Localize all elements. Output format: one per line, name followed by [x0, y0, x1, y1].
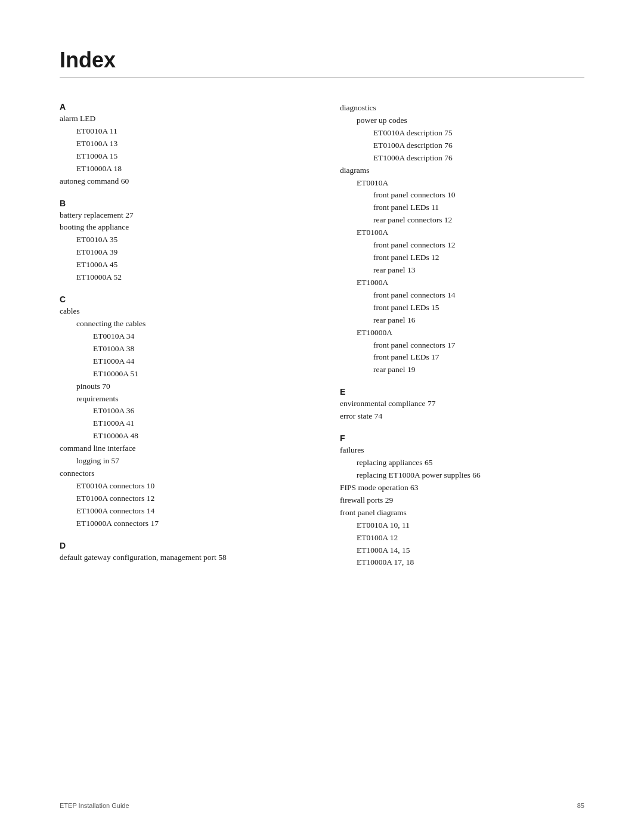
index-entry: ET1000A connectors 14 — [60, 505, 304, 518]
index-entry: diagnostics — [340, 102, 584, 114]
index-entry: requirements — [60, 393, 304, 405]
index-section: Ddefault gateway configuration, manageme… — [60, 541, 304, 564]
index-entry: front panel connectors 10 — [340, 189, 584, 202]
footer-left: ETEP Installation Guide — [60, 802, 129, 809]
section-letter: D — [60, 541, 304, 550]
index-entry: power up codes — [340, 114, 584, 127]
index-entry: ET0100A — [340, 227, 584, 239]
right-column: diagnosticspower up codesET0010A descrip… — [340, 102, 584, 580]
index-entry: ET0010A connectors 10 — [60, 480, 304, 493]
index-entry: ET0100A connectors 12 — [60, 493, 304, 505]
index-entry: front panel LEDs 17 — [340, 351, 584, 364]
index-entry: firewall ports 29 — [340, 494, 584, 507]
index-entry: ET0100A 13 — [60, 138, 304, 150]
index-entry: ET1000A — [340, 277, 584, 289]
section-letter: F — [340, 433, 584, 443]
index-entry: ET1000A 15 — [60, 150, 304, 163]
index-entry: rear panel 13 — [340, 264, 584, 277]
title-divider — [60, 78, 584, 78]
index-entry: ET0010A 11 — [60, 125, 304, 138]
index-entry: ET10000A 51 — [60, 368, 304, 380]
index-entry: ET0100A 36 — [60, 405, 304, 417]
index-entry: connecting the cables — [60, 318, 304, 330]
index-entry: ET1000A 41 — [60, 417, 304, 430]
section-letter: A — [60, 102, 304, 112]
index-entry: ET0100A 12 — [340, 532, 584, 544]
index-entry: ET0100A 38 — [60, 343, 304, 355]
index-entry: pinouts 70 — [60, 380, 304, 393]
index-entry: ET10000A 48 — [60, 430, 304, 442]
index-columns: Aalarm LEDET0010A 11ET0100A 13ET1000A 15… — [60, 102, 584, 580]
index-entry: logging in 57 — [60, 455, 304, 467]
index-entry: ET10000A — [340, 327, 584, 339]
section-letter: E — [340, 387, 584, 397]
index-entry: ET1000A 44 — [60, 355, 304, 368]
index-entry: ET0010A 10, 11 — [340, 519, 584, 532]
index-entry: ET0100A 39 — [60, 246, 304, 259]
index-entry: ET10000A 17, 18 — [340, 556, 584, 569]
index-entry: ET10000A 52 — [60, 271, 304, 284]
index-entry: ET1000A description 76 — [340, 152, 584, 165]
index-entry: connectors — [60, 467, 304, 480]
index-entry: command line interface — [60, 442, 304, 455]
footer-right: 85 — [577, 802, 584, 809]
section-letter: B — [60, 199, 304, 208]
index-entry: front panel connectors 12 — [340, 239, 584, 252]
index-entry: front panel LEDs 12 — [340, 252, 584, 264]
index-entry: diagrams — [340, 165, 584, 177]
index-entry: alarm LED — [60, 113, 304, 125]
left-column: Aalarm LEDET0010A 11ET0100A 13ET1000A 15… — [60, 102, 304, 580]
index-entry: replacing ET1000A power supplies 66 — [340, 469, 584, 482]
index-entry: front panel connectors 14 — [340, 289, 584, 302]
index-entry: front panel connectors 17 — [340, 339, 584, 352]
index-entry: FIPS mode operation 63 — [340, 482, 584, 494]
index-entry: ET1000A 14, 15 — [340, 544, 584, 557]
index-section: Ffailuresreplacing appliances 65replacin… — [340, 433, 584, 569]
index-entry: environmental compliance 77 — [340, 398, 584, 410]
index-entry: ET10000A 18 — [60, 163, 304, 175]
page-footer: ETEP Installation Guide 85 — [60, 802, 584, 809]
index-entry: ET1000A 45 — [60, 259, 304, 271]
index-entry: battery replacement 27 — [60, 209, 304, 222]
index-section: Ccablesconnecting the cablesET0010A 34ET… — [60, 295, 304, 530]
index-entry: replacing appliances 65 — [340, 457, 584, 469]
index-entry: failures — [340, 444, 584, 457]
index-section: Eenvironmental compliance 77error state … — [340, 387, 584, 423]
index-entry: rear panel 19 — [340, 364, 584, 376]
index-entry: ET0010A 34 — [60, 330, 304, 343]
page-title: Index — [60, 48, 584, 73]
index-entry: autoneg command 60 — [60, 175, 304, 188]
index-entry: default gateway configuration, managemen… — [60, 552, 304, 564]
index-entry: error state 74 — [340, 410, 584, 423]
index-entry: rear panel connectors 12 — [340, 214, 584, 227]
index-entry: ET10000A connectors 17 — [60, 518, 304, 530]
page-container: Index Aalarm LEDET0010A 11ET0100A 13ET10… — [0, 0, 644, 833]
index-entry: ET0010A 35 — [60, 234, 304, 246]
section-letter: C — [60, 295, 304, 304]
index-entry: front panel LEDs 15 — [340, 302, 584, 314]
index-section: Aalarm LEDET0010A 11ET0100A 13ET1000A 15… — [60, 102, 304, 188]
index-entry: booting the appliance — [60, 221, 304, 234]
index-entry: ET0010A — [340, 177, 584, 190]
index-section: Bbattery replacement 27booting the appli… — [60, 199, 304, 284]
index-section: diagnosticspower up codesET0010A descrip… — [340, 102, 584, 376]
index-entry: front panel diagrams — [340, 507, 584, 519]
index-entry: cables — [60, 305, 304, 318]
index-entry: ET0100A description 76 — [340, 140, 584, 152]
index-entry: rear panel 16 — [340, 314, 584, 327]
index-entry: ET0010A description 75 — [340, 127, 584, 140]
index-entry: front panel LEDs 11 — [340, 202, 584, 214]
